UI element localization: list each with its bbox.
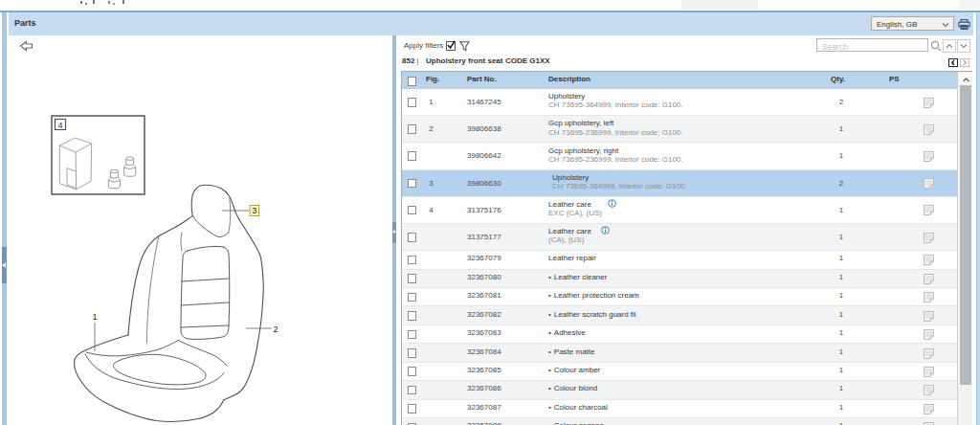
svg-text:4: 4 (57, 121, 62, 130)
svg-text:1: 1 (92, 312, 97, 322)
svg-text:2: 2 (273, 324, 278, 334)
svg-text:3: 3 (252, 206, 256, 215)
